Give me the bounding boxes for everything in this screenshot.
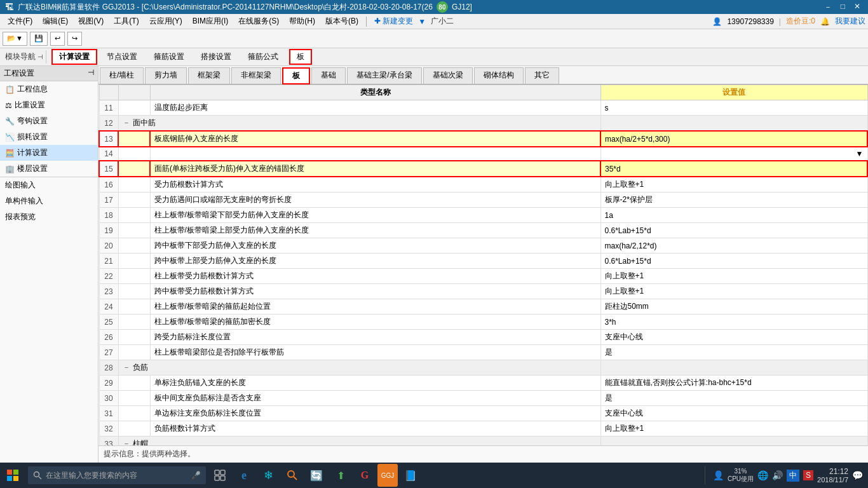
maximize-btn[interactable]: □ xyxy=(838,2,848,13)
row-indent xyxy=(118,284,150,299)
menu-file[interactable]: 文件(F) xyxy=(3,15,37,28)
row-value[interactable]: s xyxy=(600,100,867,116)
row-indent xyxy=(118,299,150,315)
row-value[interactable]: 3*h xyxy=(600,315,867,330)
sidebar-item-calc[interactable]: 🧮 计算设置 xyxy=(0,145,98,161)
row-indent xyxy=(118,177,150,193)
toolbar-redo[interactable]: ↪ xyxy=(67,32,82,46)
nav-tab-splice[interactable]: 搭接设置 xyxy=(194,50,238,64)
minimize-btn[interactable]: － xyxy=(822,2,834,13)
taskbar-app-ie[interactable]: e xyxy=(233,464,255,487)
close-btn[interactable]: ✕ xyxy=(851,2,863,13)
menu-help[interactable]: 帮助(H) xyxy=(284,15,320,28)
clock-date: 2018/11/7 xyxy=(817,476,848,484)
sidebar-collapse[interactable]: ⊣ xyxy=(88,68,94,79)
settings-tab-foundation[interactable]: 基础 xyxy=(311,67,346,84)
row-value[interactable]: 支座中心线 xyxy=(600,330,867,345)
settings-tab-foundation-sub[interactable]: 基础次梁 xyxy=(423,67,473,84)
menu-version[interactable]: 版本号(B) xyxy=(320,15,363,28)
user-icon: 👤 xyxy=(712,17,722,26)
taskbar-app-snowflake[interactable]: ❄ xyxy=(257,464,280,487)
menu-online[interactable]: 在线服务(S) xyxy=(233,15,284,28)
row-num: 15 xyxy=(99,161,118,177)
settings-tab-frame-beam[interactable]: 框架梁 xyxy=(188,67,230,84)
row-value[interactable]: 距柱边50mm xyxy=(600,299,867,315)
row-value[interactable]: 支座中心线 xyxy=(600,406,867,421)
row-indent xyxy=(118,147,150,161)
lang-icon[interactable]: 中 xyxy=(787,470,799,482)
row-num: 20 xyxy=(99,238,118,254)
title-text: 广联达BIM钢筋算量软件 GGJ2013 - [C:\Users\Adminis… xyxy=(18,2,433,13)
input-method-icon[interactable]: S xyxy=(803,470,813,480)
row-value[interactable]: max(ha/2,12*d) xyxy=(600,238,867,254)
table-row: 25 柱上板带/板带暗梁的箍筋加密长度 3*h xyxy=(99,315,867,330)
menu-cloud[interactable]: 云应用(Y) xyxy=(144,15,187,28)
menu-new-change[interactable]: ✚ 新建变更 xyxy=(369,15,418,28)
sidebar-item-single-input[interactable]: 单构件输入 xyxy=(0,193,98,209)
settings-tab-non-frame-beam[interactable]: 非框架梁 xyxy=(231,67,281,84)
taskbar-search[interactable]: 在这里输入您要搜索的内容 🎤 xyxy=(28,466,206,484)
sidebar-item-hook[interactable]: 🔧 弯钩设置 xyxy=(0,113,98,129)
row-value[interactable]: 板厚-2*保护层 xyxy=(600,193,867,208)
taskbar-app-refresh[interactable]: 🔄 xyxy=(305,464,328,487)
nav-tab-stirrup[interactable]: 箍筋设置 xyxy=(147,50,191,64)
nav-tab-formula[interactable]: 箍筋公式 xyxy=(241,50,285,64)
row-value[interactable]: 向上取整+1 xyxy=(600,284,867,299)
taskbar-app-arrow[interactable]: ⬆ xyxy=(329,464,352,487)
row-name: 柱上板带/板带暗梁的箍筋起始位置 xyxy=(150,299,600,315)
row-value[interactable]: 0.6*Lab+15*d xyxy=(600,254,867,269)
taskbar-app-g[interactable]: G xyxy=(353,464,376,487)
row-value[interactable]: 向上取整+1 xyxy=(600,421,867,437)
row-name: 单边标注支座负筋标注长度位置 xyxy=(150,406,600,421)
row-num: 33 xyxy=(99,437,118,446)
row-name: 跨中板带下部受力筋伸入支座的长度 xyxy=(150,238,600,254)
sidebar-item-floor[interactable]: 🏢 楼层设置 xyxy=(0,161,98,177)
row-value[interactable]: 能直锚就直锚,否则按公式计算:ha-bhc+15*d xyxy=(600,376,867,391)
settings-tab-shear-wall[interactable]: 剪力墙 xyxy=(145,67,187,84)
row-value[interactable]: 35*d xyxy=(600,161,867,177)
toolbar-save[interactable]: 💾 xyxy=(30,32,48,46)
start-button[interactable] xyxy=(0,463,25,488)
menu-dropdown-arrow[interactable]: ▼ xyxy=(418,17,426,26)
toolbar-undo[interactable]: ↩ xyxy=(50,32,65,46)
sidebar: 工程设置 ⊣ 📋 工程信息 ⚖ 比重设置 🔧 弯钩设置 📉 损耗设置 🧮 计算设… xyxy=(0,66,98,487)
row-value[interactable]: 向上取整+1 xyxy=(600,177,867,193)
sidebar-item-loss[interactable]: 📉 损耗设置 xyxy=(0,129,98,145)
menu-view[interactable]: 视图(V) xyxy=(73,15,109,28)
settings-tab-foundation-main[interactable]: 基础主梁/承台梁 xyxy=(347,67,421,84)
menu-bim[interactable]: BIM应用(I) xyxy=(187,15,234,28)
row-value[interactable]: 0.6*Lab+15*d xyxy=(600,223,867,238)
mic-icon[interactable]: 🎤 xyxy=(191,471,201,480)
row-value[interactable]: ▼ xyxy=(600,147,867,161)
nav-tab-node[interactable]: 节点设置 xyxy=(100,50,144,64)
row-value[interactable]: 是 xyxy=(600,345,867,360)
row-value[interactable]: 是 xyxy=(600,391,867,406)
nav-tab-plate-highlighted[interactable]: 板 xyxy=(289,49,312,65)
sidebar-item-density[interactable]: ⚖ 比重设置 xyxy=(0,97,98,113)
bell-icon[interactable]: 🔔 xyxy=(820,17,830,26)
suggest-btn[interactable]: 我要建议 xyxy=(835,16,865,27)
row-name: 跨受力筋标注长度位置 xyxy=(150,330,600,345)
row-num: 13 xyxy=(99,131,118,147)
menu-user[interactable]: 广小二 xyxy=(426,15,459,28)
settings-tab-column[interactable]: 柱/墙柱 xyxy=(100,67,144,84)
nav-tab-calc[interactable]: 计算设置 xyxy=(51,49,97,65)
taskbar-app-orange[interactable]: GGJ xyxy=(377,464,398,487)
taskbar-app-search2[interactable] xyxy=(281,464,304,487)
sidebar-item-draw-input[interactable]: 绘图输入 xyxy=(0,177,98,193)
row-value[interactable]: max(ha/2+5*d,300) xyxy=(600,131,867,147)
menu-tools[interactable]: 工具(T) xyxy=(109,15,144,28)
sidebar-item-engineering-info[interactable]: 📋 工程信息 xyxy=(0,81,98,97)
notification-icon[interactable]: 💬 xyxy=(852,470,863,480)
settings-tab-plate[interactable]: 板 xyxy=(282,67,310,85)
sidebar-item-report[interactable]: 报表预览 xyxy=(0,209,98,225)
menu-edit[interactable]: 编辑(E) xyxy=(37,15,73,28)
row-value[interactable]: 向上取整+1 xyxy=(600,269,867,284)
settings-tab-other[interactable]: 其它 xyxy=(525,67,559,84)
taskbar-app-blue[interactable]: 📘 xyxy=(399,464,422,487)
settings-tab-masonry[interactable]: 砌体结构 xyxy=(474,67,524,84)
table-row: 21 跨中板带上部受力筋伸入支座的长度 0.6*Lab+15*d xyxy=(99,254,867,269)
taskbar-task-view[interactable] xyxy=(208,464,231,487)
toolbar-open[interactable]: 📂▼ xyxy=(3,32,27,46)
row-value[interactable]: 1a xyxy=(600,208,867,223)
